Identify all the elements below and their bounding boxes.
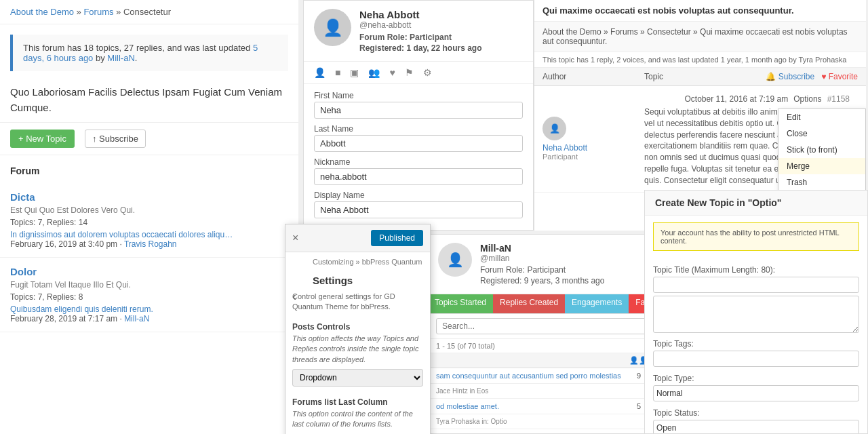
create-topic-panel: Create New Topic in "Optio" Your account… — [644, 190, 868, 434]
display-name-label: Display Name — [314, 191, 523, 200]
topic-table-header: Author Topic 🔔 Subscribe ♥ Favorite — [534, 68, 866, 86]
user-registered: Registered: 1 day, 22 hours ago — [359, 43, 482, 53]
topic-last-author-dicta[interactable]: Travis Rogahn — [124, 239, 177, 249]
topic-title-input[interactable] — [653, 277, 859, 293]
context-menu-edit[interactable]: Edit — [778, 109, 865, 125]
user-registered-value: 1 day, 22 hours ago — [406, 43, 481, 53]
topic-tags-input[interactable] — [653, 351, 859, 367]
forum-description: Quo Laboriosam Facilis Delectus Ipsam Fu… — [10, 85, 288, 115]
user-icon-users[interactable]: 👥 — [368, 67, 380, 78]
forum-topics-info: About the Demo » Forums » Consectetur » … — [534, 22, 866, 52]
user-name: Neha Abbott — [359, 9, 482, 20]
topic-desc-dolor: Fugit Totam Vel Itaque Illo Et Qui. — [10, 280, 288, 290]
post-time: October 11, 2016 at 7:19 am — [685, 94, 789, 104]
topic-last-link-dolor[interactable]: Quibusdam eligendi quis deleniti rerum. — [10, 304, 153, 314]
new-topic-button[interactable]: + New Topic — [10, 130, 75, 148]
customizer-posts-controls-desc: This option affects the way Topics and R… — [285, 334, 430, 369]
user-form: First Name Last Name Nickname Display Na… — [304, 84, 533, 231]
user-role: Forum Role: Participant — [359, 33, 482, 42]
user-icon-grid[interactable]: ▣ — [350, 67, 359, 78]
user-icon-bookmark[interactable]: ■ — [335, 67, 340, 78]
context-menu-merge[interactable]: Merge — [778, 158, 865, 174]
author-col-header: Author — [542, 72, 644, 81]
forum-actions: + New Topic ↑ Subscribe — [0, 122, 298, 155]
context-menu-close[interactable]: Close — [778, 125, 865, 142]
subscribe-topic-btn[interactable]: 🔔 Subscribe — [766, 72, 814, 81]
topic-type-label: Topic Type: — [653, 374, 859, 383]
topic-last-author-dolor[interactable]: Mill-aN — [124, 314, 149, 323]
topic-title-dolor[interactable]: Dolor — [10, 266, 288, 277]
user-icons-row: 👤 ■ ▣ 👥 ♥ ⚑ ⚙ — [304, 62, 533, 84]
user-icon-person[interactable]: 👤 — [314, 67, 326, 78]
topic-desc-dicta: Est Qui Quo Est Dolores Vero Qui. — [10, 205, 288, 215]
nickname-label: Nickname — [314, 157, 523, 167]
breadcrumb-current: Consectetur — [123, 7, 171, 17]
tab-topics[interactable]: Topics Started — [428, 294, 493, 313]
topic-options-row: October 11, 2016 at 7:19 am Options #115… — [644, 92, 858, 106]
user-avatar: 👤 — [314, 9, 351, 46]
user-icon-heart[interactable]: ♥ — [389, 67, 395, 78]
post-author-info: 👤 Neha Abbott Participant — [542, 117, 644, 161]
topic-item-dolor: Dolor Fugit Totam Vel Itaque Illo Et Qui… — [0, 258, 298, 332]
topic-info-time[interactable]: 1 year, 1 month ago — [721, 56, 787, 64]
forum-panel: About the Demo » Forums » Consectetur Th… — [0, 0, 298, 434]
topic-counts-dicta: Topics: 7, Replies: 14 — [10, 218, 288, 227]
topic-last-dicta: In dignissimos aut dolorem voluptas occa… — [10, 230, 288, 239]
user2-handle: @millan — [480, 254, 604, 263]
last-name-label: Last Name — [314, 124, 523, 134]
nickname-input[interactable] — [314, 168, 523, 185]
customizer-description: Control general settings for GD Quantum … — [285, 292, 430, 318]
form-group-last-name: Last Name — [314, 124, 523, 152]
tab-replies[interactable]: Replies Created — [493, 294, 565, 313]
topic-tags-label: Topic Tags: — [653, 339, 859, 349]
customizer-forums-last-col-title: Forums list Last Column — [285, 393, 430, 409]
forum-info-author-link[interactable]: Mill-aN — [107, 53, 134, 63]
topic-last-time-dicta: February 16, 2019 at 3:40 pm · Travis Ro… — [10, 239, 288, 249]
context-menu-stick[interactable]: Stick (to front) — [778, 142, 865, 158]
customizer-posts-controls-select[interactable]: Dropdown — [292, 369, 423, 387]
breadcrumb: About the Demo » Forums » Consectetur — [0, 0, 298, 24]
form-group-display-name: Display Name Neha Abbott — [314, 191, 523, 218]
topic-title-label: Topic Title (Maximum Length: 80): — [653, 265, 859, 275]
favorite-topic-btn[interactable]: ♥ Favorite — [821, 72, 858, 81]
topic-last-link-dicta[interactable]: In dignissimos aut dolorem voluptas occa… — [10, 230, 233, 239]
topic-info-author[interactable]: Tyra Prohaska — [799, 56, 847, 64]
user-handle: @neha-abbott — [359, 20, 482, 30]
customizer-forums-last-col-desc: This option control the content of the l… — [285, 409, 430, 434]
customizer-close-button[interactable]: × — [292, 232, 298, 244]
topic-header-text: Qui maxime occaecati est nobis voluptas … — [542, 5, 794, 16]
topic-status-select[interactable]: Open — [653, 420, 859, 434]
create-form: Topic Title (Maximum Length: 80): Topic … — [645, 258, 867, 434]
topic-id: #1158 — [827, 94, 850, 104]
customizer-posts-controls-title: Posts Controls — [285, 318, 430, 334]
user-icon-settings[interactable]: ⚙ — [423, 67, 432, 78]
context-menu-trash[interactable]: Trash — [778, 174, 865, 191]
customizer-header: × Published — [285, 224, 430, 252]
options-label[interactable]: Options — [793, 94, 821, 104]
customizer-back-button[interactable]: ‹ — [292, 290, 296, 304]
customizer-published-button[interactable]: Published — [371, 230, 423, 246]
user2-search-input[interactable] — [436, 318, 667, 334]
customizer-panel: × Published ‹ Customizing » bbPress Quan… — [285, 224, 431, 434]
user2-role: Forum Role: Participant — [480, 265, 604, 275]
tab-engagements[interactable]: Engagements — [565, 294, 629, 313]
post-author-avatar: 👤 — [542, 117, 566, 140]
display-name-select[interactable]: Neha Abbott — [314, 201, 523, 218]
topic-title-dicta[interactable]: Dicta — [10, 191, 288, 203]
user-icon-flag[interactable]: ⚑ — [405, 67, 414, 78]
subscribe-button[interactable]: ↑ Subscribe — [85, 130, 146, 148]
breadcrumb-forums[interactable]: Forums — [83, 7, 113, 17]
topic-col-header: Topic — [644, 72, 766, 81]
form-group-first-name: First Name — [314, 91, 523, 119]
topic-counts-dolor: Topics: 7, Replies: 8 — [10, 292, 288, 302]
customizer-breadcrumb: Customizing » bbPress Quantum — [306, 252, 430, 271]
breadcrumb-about[interactable]: About the Demo — [10, 7, 74, 17]
post-author-name[interactable]: Neha Abbott — [542, 143, 644, 153]
topic-content-textarea[interactable] — [653, 296, 859, 333]
forum-info-box: This forum has 18 topics, 27 replies, an… — [10, 35, 288, 71]
first-name-input[interactable] — [314, 102, 523, 119]
topic-type-select[interactable]: Normal — [653, 385, 859, 401]
last-name-input[interactable] — [314, 135, 523, 152]
user-role-value: Participant — [410, 33, 452, 42]
user-profile-header: 👤 Neha Abbott @neha-abbott Forum Role: P… — [304, 1, 533, 62]
